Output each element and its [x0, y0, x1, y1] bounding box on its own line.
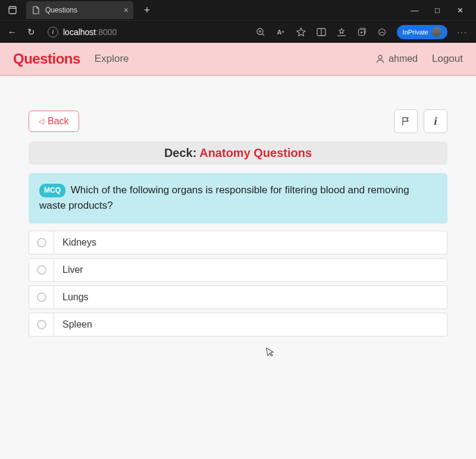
deck-title-bar: Deck: Anatomy Questions	[29, 142, 447, 165]
url-host: localhost	[63, 27, 96, 37]
option-row[interactable]: Spleen	[29, 313, 447, 337]
nav-back-button[interactable]: ←	[6, 27, 18, 37]
new-tab-button[interactable]: +	[140, 4, 154, 17]
browser-tab[interactable]: Questions ×	[26, 1, 133, 19]
collections-icon[interactable]	[356, 27, 367, 37]
read-aloud-icon[interactable]: A»	[275, 27, 286, 37]
browser-titlebar: Questions × + — □ ✕	[0, 0, 476, 20]
svg-line-3	[262, 34, 264, 36]
option-radio-cell[interactable]	[29, 259, 54, 281]
inprivate-label: InPrivate	[403, 29, 428, 36]
tab-overview-icon[interactable]	[6, 4, 19, 17]
extensions-icon[interactable]	[377, 27, 387, 37]
more-button[interactable]: ···	[457, 27, 468, 37]
window-controls: — □ ✕	[409, 6, 474, 15]
avatar-icon	[432, 27, 441, 37]
chevron-left-icon: ◁	[39, 117, 44, 125]
svg-rect-0	[9, 7, 16, 14]
option-label: Lungs	[54, 286, 447, 309]
mouse-cursor	[266, 346, 276, 358]
option-radio-cell[interactable]	[29, 286, 54, 309]
url-port: :8000	[96, 27, 117, 37]
flag-button[interactable]	[394, 109, 418, 133]
toolbar-row: ◁ Back i	[29, 109, 447, 133]
split-screen-icon[interactable]	[316, 27, 327, 37]
close-tab-icon[interactable]: ×	[124, 5, 129, 15]
url-bar[interactable]: i localhost:8000	[44, 27, 248, 37]
maximize-button[interactable]: □	[432, 6, 443, 15]
svg-point-13	[378, 55, 382, 59]
addr-right-icons: A» InPrivate ···	[255, 25, 470, 39]
option-row[interactable]: Liver	[29, 258, 447, 282]
app-header: Questions Explore ahmed Logout	[0, 43, 476, 76]
flag-icon	[400, 116, 411, 127]
back-button[interactable]: ◁ Back	[29, 111, 79, 132]
favorite-icon[interactable]	[296, 27, 306, 37]
minimize-button[interactable]: —	[409, 6, 420, 15]
deck-name: Anatomy Questions	[199, 146, 312, 159]
username-label: ahmed	[389, 54, 418, 64]
option-radio-cell[interactable]	[29, 313, 54, 336]
browser-address-bar: ← ↻ i localhost:8000 A» InPrivate ···	[0, 20, 476, 43]
question-text: Which of the following organs is respons…	[39, 184, 409, 211]
inprivate-badge[interactable]: InPrivate	[397, 25, 447, 39]
back-label: Back	[48, 116, 69, 127]
option-row[interactable]: Kidneys	[29, 231, 447, 254]
site-info-icon[interactable]: i	[48, 27, 58, 37]
brand-logo[interactable]: Questions	[13, 51, 80, 67]
tab-title: Questions	[45, 6, 119, 14]
logout-link[interactable]: Logout	[432, 53, 463, 65]
radio-icon	[37, 293, 46, 302]
option-radio-cell[interactable]	[29, 231, 54, 254]
option-label: Liver	[54, 259, 447, 281]
radio-icon	[37, 238, 46, 247]
option-label: Spleen	[54, 313, 447, 336]
radio-icon	[37, 265, 46, 275]
app-page: Questions Explore ahmed Logout ◁ Back i …	[0, 43, 476, 459]
favorites-list-icon[interactable]	[336, 27, 347, 37]
tab-strip: Questions × +	[2, 1, 154, 19]
question-type-badge: MCQ	[39, 184, 65, 197]
radio-icon	[37, 320, 46, 329]
info-button[interactable]: i	[424, 109, 447, 133]
option-label: Kidneys	[54, 231, 447, 254]
option-row[interactable]: Lungs	[29, 285, 447, 309]
close-window-button[interactable]: ✕	[455, 6, 465, 15]
zoom-icon[interactable]	[255, 27, 266, 37]
info-icon: i	[434, 115, 437, 128]
document-icon	[32, 6, 40, 14]
user-chip[interactable]: ahmed	[375, 54, 418, 64]
question-card: MCQ Which of the following organs is res…	[29, 173, 447, 224]
user-icon	[375, 54, 385, 64]
nav-explore-link[interactable]: Explore	[95, 53, 129, 65]
deck-prefix: Deck:	[164, 146, 199, 159]
nav-refresh-button[interactable]: ↻	[25, 27, 37, 37]
main-content: ◁ Back i Deck: Anatomy Questions MCQ Whi…	[0, 76, 476, 337]
